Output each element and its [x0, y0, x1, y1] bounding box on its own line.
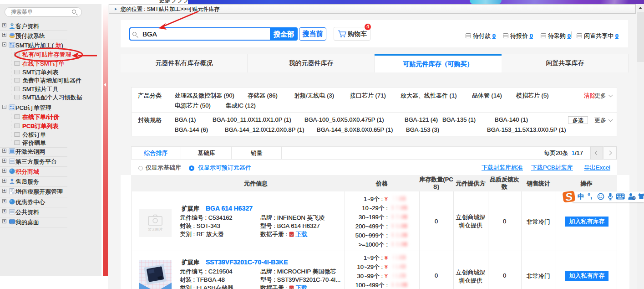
svg-text:PDF: PDF	[289, 287, 294, 289]
svg-text:PDF: PDF	[289, 233, 294, 236]
svg-text:S: S	[564, 191, 573, 203]
